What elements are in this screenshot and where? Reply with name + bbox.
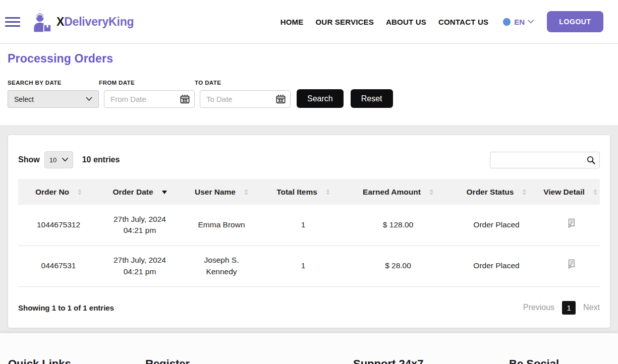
sort-icon [593,189,597,195]
col-total-items[interactable]: Total Items [262,179,344,205]
cell-order-date: 27th July, 2024 04:21 pm [99,205,181,246]
search-by-date-value: Select [14,95,34,103]
pagination: Previous 1 Next [523,301,600,315]
orders-card: Show 10 10 entries [8,135,610,328]
cell-view-detail [541,205,600,246]
col-earned-amount[interactable]: Earned Amount [344,179,452,205]
brand-name: XDeliveryKing [57,15,134,29]
cell-order-status: Order Placed [452,246,541,286]
entries-label: 10 entries [82,155,120,164]
table-controls: Show 10 10 entries [18,151,600,168]
col-view-detail[interactable]: View Detail [541,179,600,205]
page-size-select[interactable]: 10 [44,151,73,168]
table-header-row: Order No Order Date User Name Total Item… [18,179,600,205]
sort-icon [326,189,330,195]
table-footer: Showing 1 to 1 of 1 entries Previous 1 N… [18,301,600,315]
sort-icon [522,189,526,195]
page-title: Processing Orders [8,52,610,66]
cell-order-no: 1044675312 [18,205,99,246]
cell-order-no: 04467531 [18,246,99,286]
search-by-date-label: SEARCH BY DATE [8,80,99,86]
to-date-wrap [200,90,291,108]
from-date-group: FROM DATE [99,80,195,108]
nav-contact-us[interactable]: CONTACT US [438,18,488,26]
footer-heading-support: Support 24x7 [353,357,423,364]
view-detail-button[interactable] [565,217,577,231]
receipt-icon [565,258,577,270]
cell-view-detail [541,246,600,286]
search-button[interactable]: Search [297,89,344,108]
col-order-no[interactable]: Order No [18,179,99,205]
filter-row: SEARCH BY DATE Select FROM DATE [8,80,610,108]
to-date-group: TO DATE [195,80,291,108]
cell-user-name: Emma Brown [181,205,262,246]
next-page-button[interactable]: Next [583,303,600,312]
to-date-label: TO DATE [195,80,291,86]
previous-page-button[interactable]: Previous [523,303,554,312]
from-date-wrap [104,90,195,108]
language-code: EN [514,18,525,26]
table-row: 1044675312 27th July, 2024 04:21 pm Emma… [18,205,600,246]
view-detail-button[interactable] [565,258,577,272]
chevron-down-icon [86,97,92,101]
calendar-icon[interactable] [180,94,190,104]
footer-heading-social: Be Social [509,357,559,364]
cell-user-name: Joseph S. Kennedy [181,246,262,286]
sorted-desc-icon [162,191,167,194]
filters-section: Processing Orders SEARCH BY DATE Select … [0,44,618,125]
globe-icon [502,18,511,26]
page-size-value: 10 [49,156,57,164]
show-label: Show [18,155,40,164]
sort-icon [78,189,82,195]
cell-earned-amount: $ 28.00 [344,246,452,286]
nav-about-us[interactable]: ABOUT US [386,18,426,26]
sort-icon [429,189,433,195]
table-search [490,152,600,168]
chevron-down-icon [528,20,534,24]
col-order-status[interactable]: Order Status [452,179,541,205]
receipt-icon [565,217,577,229]
nav-our-services[interactable]: OUR SERVICES [316,18,374,26]
search-by-date-select[interactable]: Select [8,90,99,108]
chevron-down-icon [62,158,68,162]
table-row: 04467531 27th July, 2024 04:21 pm Joseph… [18,246,600,286]
language-switcher[interactable]: EN [502,18,534,26]
from-date-label: FROM DATE [99,80,195,86]
main-nav: HOME OUR SERVICES ABOUT US CONTACT US EN [280,18,534,26]
cell-order-date: 27th July, 2024 04:21 pm [99,246,181,286]
calendar-icon[interactable] [275,94,286,104]
table-search-input[interactable] [490,152,600,168]
entries-summary: Showing 1 to 1 of 1 entries [18,304,114,312]
col-user-name[interactable]: User Name [181,179,262,205]
main-content: Show 10 10 entries [0,125,618,333]
menu-icon[interactable] [5,17,20,27]
logout-button[interactable]: LOGOUT [547,11,603,32]
reset-button[interactable]: Reset [351,89,393,108]
cell-total-items: 1 [262,205,344,246]
nav-home[interactable]: HOME [280,18,304,26]
cell-total-items: 1 [262,246,344,286]
top-navbar: XDeliveryKing HOME OUR SERVICES ABOUT US… [0,0,618,44]
delivery-person-icon [29,10,52,33]
page-footer: Quick Links Register Support 24x7 Be Soc… [0,333,618,364]
search-by-date-group: SEARCH BY DATE Select [8,80,99,108]
footer-heading-quick-links: Quick Links [8,357,71,364]
cell-order-status: Order Placed [452,205,541,246]
brand-logo: XDeliveryKing [29,10,134,33]
current-page-button[interactable]: 1 [562,301,576,315]
orders-table: Order No Order Date User Name Total Item… [18,179,600,287]
sort-icon [244,189,248,195]
cell-earned-amount: $ 128.00 [344,205,452,246]
col-order-date[interactable]: Order Date [99,179,181,205]
search-icon [586,155,596,165]
footer-heading-register: Register [145,357,190,364]
